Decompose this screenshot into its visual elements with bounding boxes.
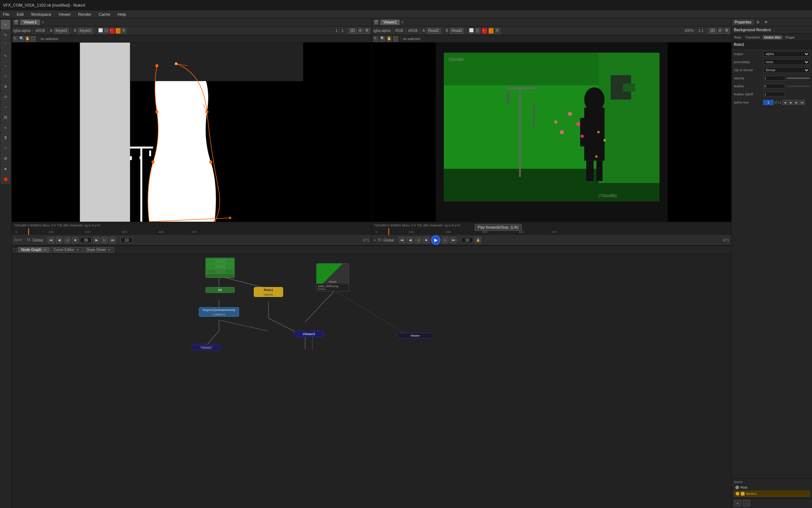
menu-workspace[interactable]: Workspace	[30, 11, 53, 17]
v2-icon-btn2[interactable]: ◫	[475, 28, 480, 34]
v1-t2-btn2[interactable]: 🔍	[19, 36, 24, 42]
prop-output-select[interactable]: alpha	[763, 51, 810, 57]
tool-select[interactable]: ↖	[1, 20, 10, 29]
rp-tab-properties[interactable]: Properties	[732, 19, 754, 25]
node-viewer2-ng[interactable]: Viewer2	[294, 331, 323, 337]
v1-keyer2b-btn[interactable]: Keyer2	[78, 28, 93, 34]
v2-t2-btn1[interactable]: ↖	[373, 36, 378, 42]
node-roto1[interactable]: Roto1 (alpha)	[254, 287, 283, 297]
v1-icon-btn4[interactable]: ▪	[116, 28, 121, 34]
v2-play-blue[interactable]: ▶	[431, 235, 440, 245]
tool-roto[interactable]: ✎	[1, 30, 10, 40]
tool-bspline[interactable]: ∿	[1, 51, 10, 60]
tool-feather[interactable]: ⊙	[1, 92, 10, 101]
tab-ds-close[interactable]: ✕	[108, 248, 111, 252]
menu-edit[interactable]: Edit	[15, 11, 25, 17]
v2-next-frame[interactable]: ⏭	[450, 237, 457, 243]
node-bottom-left[interactable]: Viewer	[191, 345, 221, 351]
v2-read2b-btn[interactable]: Read2	[450, 28, 464, 34]
v1-t2-btn4[interactable]: ⬚	[31, 36, 36, 42]
v2-settings-icon[interactable]: ⚙	[725, 28, 730, 34]
node-stack[interactable]: ░░░░░ ░░░░░ ░░░░░	[205, 258, 235, 278]
rp-minus-btn[interactable]: -	[743, 500, 750, 507]
v2-step-back[interactable]: ◁	[415, 237, 421, 243]
v1-icon-btn3[interactable]: ▪	[110, 28, 115, 34]
tool-color[interactable]: ●	[1, 123, 10, 132]
v1-frame-end[interactable]	[121, 237, 132, 243]
v1-wipe-icon[interactable]: ⊘	[358, 28, 363, 34]
tool-red-dot[interactable]: ⬤	[1, 174, 10, 184]
v2-t2-btn4[interactable]: ⬚	[393, 36, 398, 42]
tool-transform[interactable]: ↔	[1, 102, 10, 112]
menu-viewer[interactable]: Viewer	[57, 11, 72, 17]
rp-root-item[interactable]: Root	[734, 485, 810, 490]
tool-grid[interactable]: ⊞	[1, 153, 10, 163]
v1-icon-btn2[interactable]: ◫	[104, 28, 109, 34]
tool-node[interactable]: ◈	[1, 164, 10, 173]
node-read4[interactable]: Read4 plate_0000.png Frame...	[316, 263, 349, 291]
v2-t2-btn2[interactable]: 🔍	[380, 36, 385, 42]
v2-t2-btn3[interactable]: ✋	[387, 36, 392, 42]
v1-t2-btn3[interactable]: ✋	[25, 36, 30, 42]
v2-icon-btn1[interactable]: ⬜	[469, 28, 474, 34]
v2-read2-btn[interactable]: Read2	[427, 28, 441, 34]
viewer2-tab[interactable]: Viewer2	[380, 19, 400, 25]
tool-bezier[interactable]: ⌒	[1, 40, 10, 50]
viewer2-tab-close[interactable]: ✕	[401, 21, 404, 24]
v2-frame-step[interactable]	[461, 237, 473, 243]
v1-keyer2-btn[interactable]: Keyer2	[54, 28, 69, 34]
v2-icon-btn4[interactable]: ▪	[489, 28, 494, 34]
viewer1-timeline-ruler[interactable]: 0 100 200 300 400 470	[12, 228, 372, 235]
rp-subtab-transform[interactable]: Transform	[743, 35, 762, 40]
v2-wipe-icon[interactable]: ⊘	[718, 28, 723, 34]
tab-dope-sheet[interactable]: Dope Sheet ✕	[83, 247, 114, 253]
v1-2d-btn[interactable]: 2D	[348, 28, 357, 34]
viewer2-timeline-ruler[interactable]: 0 100 200 300 400 470	[372, 228, 732, 235]
spline-nav-next[interactable]: ▶	[794, 100, 799, 105]
prop-opacity-input[interactable]	[763, 76, 785, 81]
tab-node-graph[interactable]: Node Graph ✕	[18, 247, 50, 253]
feather-slider-bg[interactable]	[787, 86, 810, 87]
v1-frame-input[interactable]	[80, 237, 92, 243]
rp-add-btn[interactable]: +	[734, 500, 741, 507]
tool-clone[interactable]: ⊕	[1, 81, 10, 91]
rp-subtab-roto[interactable]: Roto	[732, 35, 743, 40]
v1-play-back[interactable]: ◀	[56, 237, 62, 243]
v2-2d-btn[interactable]: 2D	[708, 28, 717, 34]
v1-step-back[interactable]: ◁	[64, 237, 70, 243]
tool-link[interactable]: ⛓	[1, 112, 10, 122]
node-b0[interactable]: b0	[205, 287, 235, 293]
spline-nav-key[interactable]: ◆	[788, 100, 793, 105]
v2-prev-frame[interactable]: ⏮	[399, 237, 405, 243]
v2-play-fwd2[interactable]: ▷	[442, 237, 449, 243]
rp-icon-eye[interactable]: 👁	[762, 19, 770, 25]
tool-ellipse[interactable]: ○	[1, 61, 10, 70]
v2-icon-btn3[interactable]: ▪	[482, 28, 487, 34]
tab-curve-editor[interactable]: Curve Editor ✕	[50, 247, 82, 253]
v1-settings-icon[interactable]: ⚙	[365, 28, 370, 34]
v1-prev-frame[interactable]: ⏮	[48, 237, 54, 243]
viewer1-tab[interactable]: Viewer1	[20, 19, 40, 25]
node-graph[interactable]: ░░░░░ ░░░░░ ░░░░░ b0 Roto1 (alpha) Keyer…	[12, 254, 731, 508]
v1-play-fwd2[interactable]: ▷	[101, 237, 108, 243]
node-keyer2[interactable]: Keyer2 (luminance/set) [ (alpha) ]	[199, 307, 239, 317]
tool-curve[interactable]: ⤷	[1, 143, 10, 153]
opacity-slider-bg[interactable]	[787, 77, 810, 79]
menu-file[interactable]: File	[1, 11, 11, 17]
tool-s[interactable]: S	[1, 133, 10, 142]
rp-icon-gear[interactable]: ⚙	[754, 19, 762, 25]
v1-play-fwd[interactable]: ▶	[93, 237, 100, 243]
v1-stop[interactable]: ■	[72, 237, 78, 243]
prop-feather-input[interactable]	[763, 84, 785, 89]
spline-nav-prev[interactable]: ◀	[782, 100, 787, 105]
menu-cache[interactable]: Cache	[97, 11, 112, 17]
v1-next-frame[interactable]: ⏭	[109, 237, 116, 243]
v1-t2-btn1[interactable]: ↖	[13, 36, 18, 42]
v2-icon-btn5[interactable]: ⏸	[495, 28, 500, 34]
rp-subtab-shape[interactable]: Shape	[783, 35, 796, 40]
spline-nav-end[interactable]: ⏭	[800, 100, 805, 105]
v1-icon-btn1[interactable]: ⬜	[98, 28, 103, 34]
tool-rect[interactable]: □	[1, 71, 10, 81]
v2-lock-icon[interactable]: 🔒	[475, 237, 481, 243]
v2-play-back[interactable]: ◀	[407, 237, 413, 243]
